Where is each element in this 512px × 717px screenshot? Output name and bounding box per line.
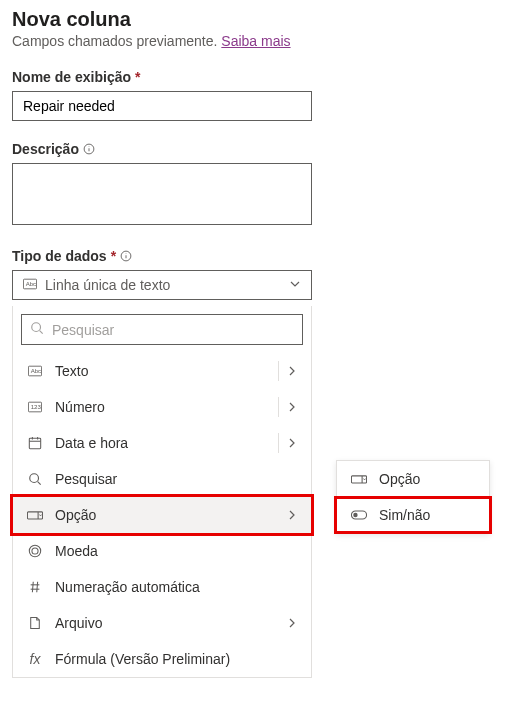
choice-icon [27,509,43,521]
required-asterisk: * [135,69,140,85]
option-label: Data e hora [55,435,128,451]
option-label: Número [55,399,105,415]
svg-rect-14 [29,438,40,449]
dropdown-search-input[interactable]: Pesquisar [21,314,303,345]
search-icon [30,321,44,338]
submenu-label: Sim/não [379,507,430,523]
display-name-label-text: Nome de exibição [12,69,131,85]
description-label: Descrição [12,141,500,157]
option-arquivo[interactable]: Arquivo [13,605,311,641]
toggle-icon [351,510,367,520]
data-type-label: Tipo de dados * [12,248,500,264]
text-icon: Abc [27,365,43,377]
formula-icon: fx [27,651,43,667]
learn-more-link[interactable]: Saiba mais [221,33,290,49]
option-data-hora[interactable]: Data e hora [13,425,311,461]
info-icon [120,250,132,262]
data-type-dropdown: Pesquisar Abc Texto 123 Número Data e ho… [12,306,312,678]
number-icon: 123 [27,401,43,413]
svg-point-2 [88,146,89,147]
currency-icon [27,544,43,558]
svg-point-8 [32,323,41,332]
chevron-right-icon [287,363,297,379]
hash-icon [27,580,43,594]
svg-line-27 [37,582,38,593]
chevron-right-icon [287,507,297,523]
submenu-opcao[interactable]: Opção [337,461,489,497]
option-label: Pesquisar [55,471,117,487]
svg-text:Abc: Abc [31,367,42,374]
chevron-down-icon [289,277,301,293]
svg-line-9 [40,331,43,334]
svg-text:Abc: Abc [26,280,37,287]
choice-icon [351,473,367,485]
text-type-icon: Abc [23,277,37,293]
option-label: Fórmula (Versão Preliminar) [55,651,230,667]
option-label: Arquivo [55,615,102,631]
option-formula[interactable]: fx Fórmula (Versão Preliminar) [13,641,311,677]
option-label: Numeração automática [55,579,200,595]
option-label: Moeda [55,543,98,559]
chevron-right-icon [287,615,297,631]
svg-point-22 [29,545,40,556]
svg-point-31 [353,513,357,517]
option-opcao[interactable]: Opção [13,497,311,533]
opcao-submenu: Opção Sim/não [336,460,490,534]
svg-point-18 [30,474,39,483]
data-type-label-text: Tipo de dados [12,248,107,264]
svg-line-26 [32,582,33,593]
page-subtitle: Campos chamados previamente. Saiba mais [12,33,500,49]
svg-text:123: 123 [31,403,42,410]
option-texto[interactable]: Abc Texto [13,353,311,389]
required-asterisk: * [111,248,116,264]
display-name-label: Nome de exibição * [12,69,500,85]
info-icon [83,143,95,155]
submenu-sim-nao[interactable]: Sim/não [337,497,489,533]
svg-point-23 [32,548,38,554]
submenu-label: Opção [379,471,420,487]
description-label-text: Descrição [12,141,79,157]
option-label: Texto [55,363,88,379]
data-type-selected-value: Linha única de texto [45,277,170,293]
file-icon [27,616,43,630]
chevron-right-icon [287,435,297,451]
chevron-right-icon [287,399,297,415]
page-title: Nova coluna [12,8,500,31]
description-textarea[interactable] [12,163,312,225]
option-numeracao[interactable]: Numeração automática [13,569,311,605]
calendar-icon [27,436,43,450]
subtitle-text: Campos chamados previamente. [12,33,221,49]
data-type-select[interactable]: Abc Linha única de texto [12,270,312,300]
display-name-input[interactable] [12,91,312,121]
option-label: Opção [55,507,96,523]
search-placeholder: Pesquisar [52,322,114,338]
option-pesquisar[interactable]: Pesquisar [13,461,311,497]
svg-point-5 [126,253,127,254]
search-icon [27,472,43,486]
svg-line-19 [38,482,41,485]
option-numero[interactable]: 123 Número [13,389,311,425]
option-moeda[interactable]: Moeda [13,533,311,569]
